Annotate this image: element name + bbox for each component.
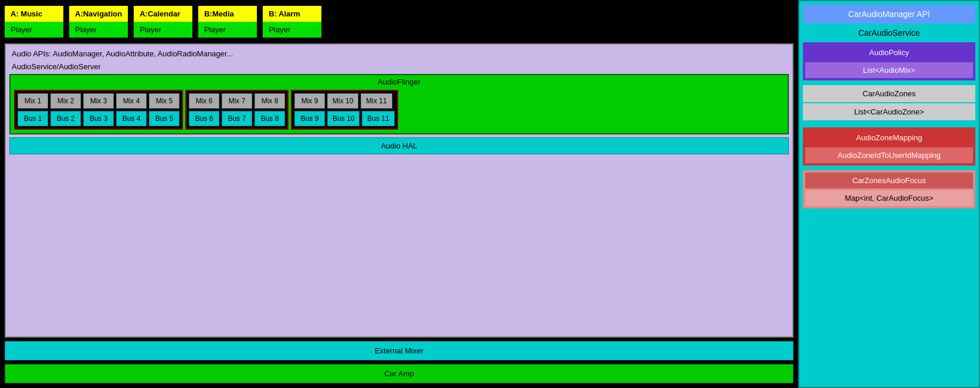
mix-8: Mix 8 [255, 93, 285, 109]
car-audio-manager-api-label: CarAudioManager API [803, 5, 975, 23]
audio-zone-mapping-box: AudioZoneMapping AudioZoneIdToUserIdMapp… [803, 127, 975, 166]
list-audio-mix-item: List<AudioMix> [805, 62, 973, 78]
audioflinger-label: AudioFlinger [14, 77, 784, 86]
bus-9: Bus 9 [294, 111, 325, 126]
mix-10: Mix 10 [327, 93, 358, 109]
players-row: A: Music Player A:Navigation Player A:Ca… [5, 6, 794, 38]
bus-11: Bus 11 [362, 111, 394, 126]
player-bmedia-label: B:Media [198, 6, 257, 22]
player-music: A: Music Player [5, 6, 63, 38]
external-mixer-section: External Mixer [5, 341, 794, 360]
list-car-audio-zone-item: List<CarAudioZone> [803, 103, 975, 120]
audio-service-label: AudioService/AudioServer [9, 61, 789, 72]
mix-group-1: Mix 1 Mix 2 Mix 3 Mix 4 Mix 5 Bus 1 Bus … [14, 90, 183, 130]
audio-hal-section: Audio HAL [9, 137, 789, 154]
bus-4: Bus 4 [116, 111, 147, 126]
player-calendar-label: A:Calendar [134, 6, 192, 22]
audio-policy-item: AudioPolicy [805, 45, 973, 60]
bus-8: Bus 8 [255, 111, 285, 126]
player-calendar-bottom: Player [134, 22, 192, 38]
car-amp-section: Car Amp [5, 364, 794, 383]
bus-10: Bus 10 [327, 111, 360, 126]
mix-1: Mix 1 [18, 93, 48, 109]
audio-apis-label: Audio APIs: AudioManager, AudioAttribute… [9, 47, 789, 59]
mix-row-2: Mix 6 Mix 7 Mix 8 [189, 93, 285, 109]
audio-zone-id-mapping-item: AudioZoneIdToUserIdMapping [805, 147, 973, 163]
player-balarm-bottom: Player [263, 22, 321, 38]
mix-3: Mix 3 [83, 93, 114, 109]
player-navigation-bottom: Player [69, 22, 128, 38]
map-car-audio-focus-item: Map<int, CarAudioFocus> [805, 190, 973, 206]
main-area: A: Music Player A:Navigation Player A:Ca… [0, 0, 798, 388]
mix-9: Mix 9 [294, 93, 325, 109]
player-navigation-label: A:Navigation [69, 6, 128, 22]
bus-row-3: Bus 9 Bus 10 Bus 11 [294, 111, 395, 126]
bus-7: Bus 7 [222, 111, 252, 126]
mix-row-3: Mix 9 Mix 10 Mix 11 [294, 93, 395, 109]
mix-group-3: Mix 9 Mix 10 Mix 11 Bus 9 Bus 10 Bus 11 [291, 90, 398, 130]
audio-policy-box: AudioPolicy List<AudioMix> [803, 42, 975, 80]
diagram-box: Audio APIs: AudioManager, AudioAttribute… [5, 43, 794, 338]
right-panel: CarAudioManager API CarAudioService Audi… [798, 0, 980, 388]
player-balarm-label: B: Alarm [263, 6, 321, 22]
player-bmedia: B:Media Player [198, 6, 257, 38]
bus-6: Bus 6 [189, 111, 219, 126]
bus-row-1: Bus 1 Bus 2 Bus 3 Bus 4 Bus 5 [18, 111, 179, 126]
audioflinger-section: AudioFlinger Mix 1 Mix 2 Mix 3 Mix 4 Mix… [9, 74, 789, 134]
car-zones-audio-focus-box: CarZonesAudioFocus Map<int, CarAudioFocu… [803, 170, 975, 208]
car-audio-zones-area: CarAudioZones List<CarAudioZone> [803, 83, 975, 123]
audio-zone-mapping-item: AudioZoneMapping [805, 130, 973, 146]
player-calendar: A:Calendar Player [134, 6, 192, 38]
mix-row-1: Mix 1 Mix 2 Mix 3 Mix 4 Mix 5 [18, 93, 179, 109]
mix-group-2: Mix 6 Mix 7 Mix 8 Bus 6 Bus 7 Bus 8 [185, 90, 289, 130]
mix-2: Mix 2 [50, 93, 81, 109]
car-zones-audio-focus-item: CarZonesAudioFocus [805, 173, 973, 188]
bus-row-2: Bus 6 Bus 7 Bus 8 [189, 111, 285, 126]
mix-5: Mix 5 [149, 93, 179, 109]
mix-7: Mix 7 [222, 93, 252, 109]
car-audio-service-label: CarAudioService [803, 26, 975, 40]
player-balarm: B: Alarm Player [263, 6, 321, 38]
mix-4: Mix 4 [116, 93, 147, 109]
bus-3: Bus 3 [83, 111, 114, 126]
player-music-bottom: Player [5, 22, 63, 38]
mix-groups-row: Mix 1 Mix 2 Mix 3 Mix 4 Mix 5 Bus 1 Bus … [14, 90, 784, 130]
car-audio-zones-item: CarAudioZones [803, 85, 975, 102]
player-bmedia-bottom: Player [198, 22, 257, 38]
player-navigation: A:Navigation Player [69, 6, 128, 38]
bus-5: Bus 5 [149, 111, 179, 126]
mix-11: Mix 11 [361, 93, 392, 109]
bus-2: Bus 2 [50, 111, 81, 126]
mix-6: Mix 6 [189, 93, 219, 109]
bus-1: Bus 1 [18, 111, 48, 126]
player-music-label: A: Music [5, 6, 63, 22]
